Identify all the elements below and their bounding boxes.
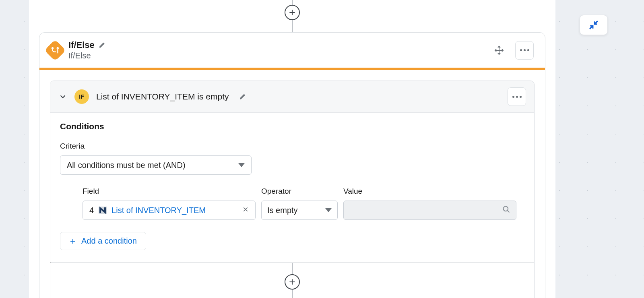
add-step-button-top[interactable] [285, 5, 300, 20]
add-condition-button[interactable]: Add a condition [60, 232, 146, 250]
svg-point-7 [504, 207, 508, 211]
if-else-card: If/Else If/Else IF List of INVENTORY_ITE… [39, 32, 545, 298]
criteria-value: All conditions must be met (AND) [67, 161, 186, 170]
svg-line-8 [508, 211, 510, 213]
chevron-down-icon [238, 163, 245, 167]
criteria-label: Criteria [60, 142, 524, 151]
add-step-button-bottom[interactable] [285, 274, 300, 290]
field-input[interactable]: 4 List of INVENTORY_ITEM [83, 201, 256, 220]
main-panel: If/Else If/Else IF List of INVENTORY_ITE… [29, 0, 555, 298]
more-icon [512, 96, 522, 98]
if-badge-label: IF [79, 93, 84, 100]
add-condition-label: Add a condition [81, 236, 137, 246]
step-number: 4 [89, 206, 94, 215]
datasource-icon [98, 205, 107, 215]
criteria-select[interactable]: All conditions must be met (AND) [60, 155, 252, 175]
if-else-icon [44, 39, 66, 61]
edit-title-icon[interactable] [99, 41, 106, 49]
plus-icon [288, 278, 296, 286]
branch-header: IF List of INVENTORY_ITEM is empty [50, 81, 534, 113]
card-title-block: If/Else If/Else [68, 40, 106, 60]
collapse-button[interactable] [580, 15, 608, 35]
connector-top [285, 0, 300, 34]
if-branch: IF List of INVENTORY_ITEM is empty Condi… [50, 81, 535, 298]
plus-icon [288, 8, 296, 17]
collapse-icon [588, 20, 599, 30]
value-column-label: Value [343, 187, 516, 196]
card-title: If/Else [68, 40, 95, 50]
edit-branch-icon[interactable] [239, 93, 246, 100]
card-subtitle: If/Else [68, 51, 106, 60]
condition-row: Field 4 List of INVENTORY_ITEM [83, 187, 524, 220]
operator-select[interactable]: Is empty [261, 201, 338, 220]
branch-title: List of INVENTORY_ITEM is empty [96, 92, 229, 101]
value-input[interactable] [343, 201, 516, 220]
chevron-down-icon [325, 208, 332, 212]
plus-icon [69, 238, 76, 245]
connector-line [292, 290, 293, 298]
collapse-branch-icon[interactable] [58, 92, 67, 101]
move-handle-icon[interactable] [494, 46, 504, 55]
connector-bottom [50, 263, 534, 298]
connector-line [292, 0, 293, 5]
branch-more-button[interactable] [508, 87, 526, 106]
card-header: If/Else If/Else [39, 33, 545, 70]
connector-line [292, 20, 293, 34]
branch-body: Conditions Criteria All conditions must … [50, 113, 534, 262]
search-icon [502, 205, 510, 215]
operator-column-label: Operator [261, 187, 338, 196]
conditions-heading: Conditions [60, 122, 524, 131]
clear-field-icon[interactable] [241, 205, 250, 216]
card-more-button[interactable] [515, 41, 534, 60]
field-column-label: Field [83, 187, 256, 196]
field-link[interactable]: List of INVENTORY_ITEM [111, 206, 206, 215]
connector-line [292, 263, 293, 274]
if-badge: IF [74, 89, 89, 104]
more-icon [520, 49, 529, 51]
operator-value: Is empty [267, 206, 298, 215]
